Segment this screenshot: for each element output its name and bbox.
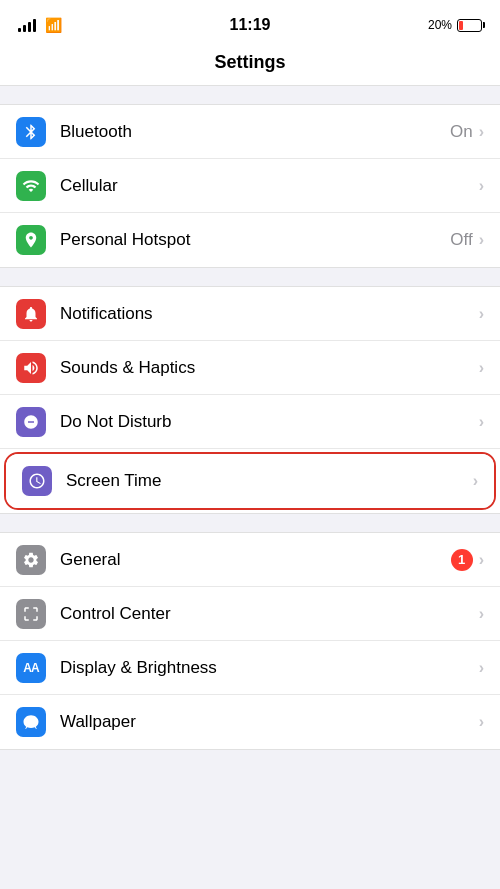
screentime-chevron: › [473, 472, 478, 490]
wifi-icon: 📶 [45, 17, 62, 33]
settings-row-bluetooth[interactable]: Bluetooth On › [0, 105, 500, 159]
hotspot-label: Personal Hotspot [60, 230, 450, 250]
screentime-label: Screen Time [66, 471, 473, 491]
screentime-icon [22, 466, 52, 496]
battery-area: 20% [428, 18, 482, 32]
wallpaper-icon [16, 707, 46, 737]
bar1 [18, 28, 21, 32]
battery-icon [457, 19, 482, 32]
controlcenter-chevron: › [479, 605, 484, 623]
page-title: Settings [214, 52, 285, 72]
sounds-chevron: › [479, 359, 484, 377]
hotspot-icon [16, 225, 46, 255]
settings-row-display[interactable]: AA Display & Brightness › [0, 641, 500, 695]
general-icon [16, 545, 46, 575]
settings-row-sounds[interactable]: Sounds & Haptics › [0, 341, 500, 395]
settings-row-notifications[interactable]: Notifications › [0, 287, 500, 341]
status-time: 11:19 [230, 16, 271, 34]
notifications-label: Notifications [60, 304, 479, 324]
battery-percent-label: 20% [428, 18, 452, 32]
display-icon: AA [16, 653, 46, 683]
settings-row-cellular[interactable]: Cellular › [0, 159, 500, 213]
display-chevron: › [479, 659, 484, 677]
cellular-chevron: › [479, 177, 484, 195]
hotspot-value: Off [450, 230, 472, 250]
cellular-label: Cellular [60, 176, 473, 196]
hotspot-chevron: › [479, 231, 484, 249]
settings-row-screentime[interactable]: Screen Time › [6, 454, 494, 508]
donotdisturb-label: Do Not Disturb [60, 412, 479, 432]
signal-bars [18, 18, 36, 32]
general-badge: 1 [451, 549, 473, 571]
screentime-highlight: Screen Time › [4, 452, 496, 510]
sounds-icon [16, 353, 46, 383]
wallpaper-label: Wallpaper [60, 712, 479, 732]
bar3 [28, 22, 31, 32]
settings-group-notifications: Notifications › Sounds & Haptics › Do No… [0, 286, 500, 514]
settings-row-controlcenter[interactable]: Control Center › [0, 587, 500, 641]
signal-area: 📶 [18, 17, 62, 33]
settings-row-hotspot[interactable]: Personal Hotspot Off › [0, 213, 500, 267]
controlcenter-label: Control Center [60, 604, 479, 624]
screentime-wrapper: Screen Time › [0, 449, 500, 513]
bar2 [23, 25, 26, 32]
donotdisturb-chevron: › [479, 413, 484, 431]
settings-row-general[interactable]: General 1 › [0, 533, 500, 587]
donotdisturb-icon [16, 407, 46, 437]
settings-group-general: General 1 › Control Center › AA Display … [0, 532, 500, 750]
bluetooth-value: On [450, 122, 473, 142]
battery-fill [459, 21, 463, 30]
wallpaper-chevron: › [479, 713, 484, 731]
general-chevron: › [479, 551, 484, 569]
cellular-icon [16, 171, 46, 201]
sounds-label: Sounds & Haptics [60, 358, 479, 378]
bluetooth-icon [16, 117, 46, 147]
general-label: General [60, 550, 451, 570]
display-label: Display & Brightness [60, 658, 479, 678]
settings-row-donotdisturb[interactable]: Do Not Disturb › [0, 395, 500, 449]
notifications-icon [16, 299, 46, 329]
page-title-bar: Settings [0, 44, 500, 86]
bluetooth-label: Bluetooth [60, 122, 450, 142]
bluetooth-chevron: › [479, 123, 484, 141]
settings-group-connectivity: Bluetooth On › Cellular › Personal Hotsp… [0, 104, 500, 268]
bar4 [33, 19, 36, 32]
notifications-chevron: › [479, 305, 484, 323]
controlcenter-icon [16, 599, 46, 629]
settings-row-wallpaper[interactable]: Wallpaper › [0, 695, 500, 749]
status-bar: 📶 11:19 20% [0, 0, 500, 44]
